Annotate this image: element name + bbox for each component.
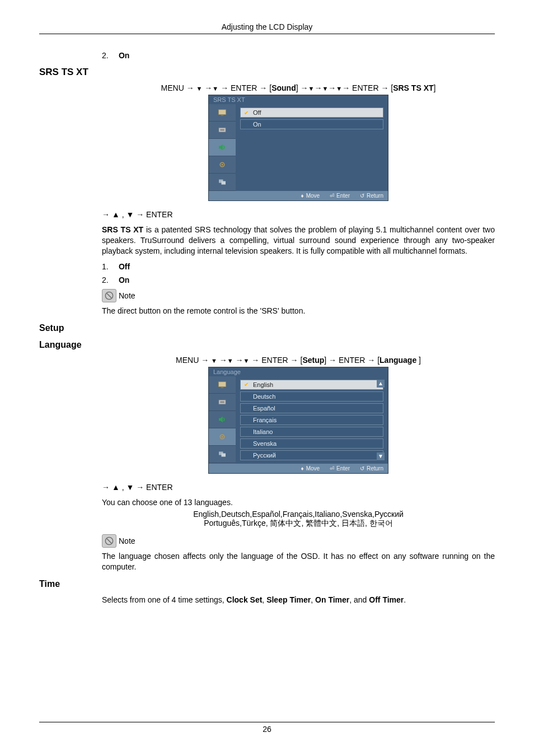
- osd-item-label: Italiano: [253, 428, 273, 435]
- language-list: English,Deutsch,Español,Français,Italian…: [102, 510, 495, 529]
- osd-sidebar-input-icon: [209, 122, 236, 139]
- osd-sidebar-picture-icon: [209, 104, 236, 122]
- list-label: Off: [119, 262, 130, 271]
- svg-marker-15: [219, 416, 223, 422]
- osd-menu-main: ✔ Off On: [236, 104, 388, 191]
- svg-rect-8: [222, 181, 226, 185]
- osd-title: Language: [209, 367, 388, 376]
- scroll-down-icon[interactable]: ▼: [377, 452, 385, 460]
- osd-item-label: Svenska: [253, 440, 277, 447]
- page-header-title: Adjusting the LCD Display: [222, 22, 313, 31]
- svg-rect-12: [221, 387, 224, 388]
- checkmark-icon: ✔: [244, 110, 250, 116]
- note-text: The direct button on the remote control …: [102, 306, 495, 316]
- heading-srs: SRS TS XT: [39, 67, 495, 78]
- svg-rect-14: [220, 401, 224, 403]
- time-para: Selects from one of 4 time settings, Clo…: [102, 595, 495, 605]
- note-block: Note: [102, 534, 495, 548]
- osd-footer: ♦ Move ⏎ Enter ↺ Return: [209, 464, 388, 473]
- osd-item-label: Deutsch: [253, 393, 275, 400]
- srs-nav2: → ▲ , ▼ → ENTER: [102, 210, 495, 219]
- note-label: Note: [119, 291, 135, 300]
- checkmark-icon: ✔: [244, 381, 250, 388]
- osd-item-off[interactable]: ✔ Off: [240, 108, 383, 118]
- osd-item-label: English: [253, 381, 273, 388]
- osd-footer-enter: ⏎ Enter: [330, 193, 350, 199]
- heading-setup: Setup: [39, 323, 495, 333]
- note-icon: [102, 534, 116, 548]
- osd-item-label: Русский: [253, 452, 276, 459]
- language-nav2: → ▲ , ▼ → ENTER: [102, 483, 495, 492]
- osd-menu-language: Language ▲ ✔ English Deutsch Españo: [208, 367, 388, 474]
- svg-line-21: [107, 539, 111, 543]
- osd-item-espanol[interactable]: Español: [240, 403, 383, 413]
- osd-sidebar-sound-icon: [209, 411, 236, 428]
- svg-rect-0: [218, 110, 226, 115]
- osd-sidebar: [209, 104, 236, 191]
- language-list-line1: English,Deutsch,Español,Français,Italian…: [102, 510, 495, 519]
- osd-sidebar: [209, 376, 236, 464]
- osd-item-russian[interactable]: Русский: [240, 450, 383, 460]
- osd-footer-enter: ⏎ Enter: [330, 465, 350, 472]
- svg-point-6: [222, 164, 223, 166]
- osd-item-label: Français: [253, 417, 277, 423]
- osd-footer-move: ♦ Move: [301, 465, 320, 472]
- svg-rect-1: [221, 115, 224, 116]
- page-footer: 26: [39, 722, 495, 734]
- page-number: 26: [263, 725, 271, 734]
- osd-sidebar-setup-icon: [209, 156, 236, 174]
- osd-item-deutsch[interactable]: Deutsch: [240, 391, 383, 402]
- srs-list-on: 2. On: [102, 276, 495, 284]
- osd-menu-main: ▲ ✔ English Deutsch Español Français Ita…: [236, 376, 388, 464]
- list-label-on: On: [119, 51, 129, 60]
- osd-sidebar-sound-icon: [209, 139, 236, 156]
- srs-prev-list: 2. On: [102, 51, 495, 60]
- language-note-text: The language chosen affects only the lan…: [102, 551, 495, 572]
- list-number: 2.: [102, 276, 116, 284]
- osd-sidebar-picture-icon: [209, 376, 236, 394]
- srs-nav-path: MENU → ▼ →▼ → ENTER → [Sound] →▼→▼→▼→ EN…: [102, 83, 495, 92]
- scroll-up-icon[interactable]: ▲: [377, 380, 385, 388]
- svg-rect-11: [218, 381, 226, 386]
- heading-language: Language: [39, 340, 495, 350]
- osd-menu-srs: SRS TS XT ✔ Off On: [208, 95, 388, 201]
- language-nav-path: MENU → ▼ →▼ →▼ → ENTER → [Setup] → ENTER…: [102, 356, 495, 365]
- note-icon: [102, 289, 116, 302]
- osd-sidebar-input-icon: [209, 394, 236, 411]
- osd-item-label: Español: [253, 405, 275, 412]
- osd-item-francais[interactable]: Français: [240, 415, 383, 425]
- osd-item-italiano[interactable]: Italiano: [240, 427, 383, 437]
- list-number: 1.: [102, 262, 116, 271]
- list-number: 2.: [102, 51, 116, 60]
- osd-footer-return: ↺ Return: [360, 193, 383, 199]
- osd-title: SRS TS XT: [209, 95, 388, 104]
- language-para1: You can choose one of 13 languages.: [102, 497, 495, 508]
- svg-marker-4: [219, 144, 223, 151]
- note-block: Note: [102, 289, 495, 302]
- osd-footer-return: ↺ Return: [360, 465, 383, 472]
- language-list-line2: Português,Türkçe, 简体中文, 繁體中文, 日本語, 한국어: [102, 519, 495, 529]
- osd-footer: ♦ Move ⏎ Enter ↺ Return: [209, 191, 388, 200]
- osd-sidebar-setup-icon: [209, 428, 236, 446]
- osd-item-label: On: [253, 121, 261, 128]
- osd-item-label: Off: [253, 109, 261, 116]
- heading-time: Time: [39, 579, 495, 589]
- page-header: Adjusting the LCD Display: [39, 22, 495, 34]
- osd-sidebar-multi-icon: [209, 174, 236, 191]
- svg-rect-3: [220, 129, 224, 131]
- svg-line-10: [107, 293, 111, 298]
- osd-item-english[interactable]: ✔ English: [240, 380, 383, 390]
- srs-list-off: 1. Off: [102, 262, 495, 271]
- note-label: Note: [119, 536, 135, 545]
- list-label: On: [119, 276, 129, 284]
- svg-point-17: [222, 436, 223, 437]
- srs-description: SRS TS XT is a patented SRS technology t…: [102, 225, 495, 256]
- osd-item-svenska[interactable]: Svenska: [240, 438, 383, 449]
- osd-item-on[interactable]: On: [240, 119, 383, 129]
- osd-footer-move: ♦ Move: [301, 193, 320, 199]
- osd-sidebar-multi-icon: [209, 446, 236, 463]
- svg-rect-19: [222, 453, 226, 456]
